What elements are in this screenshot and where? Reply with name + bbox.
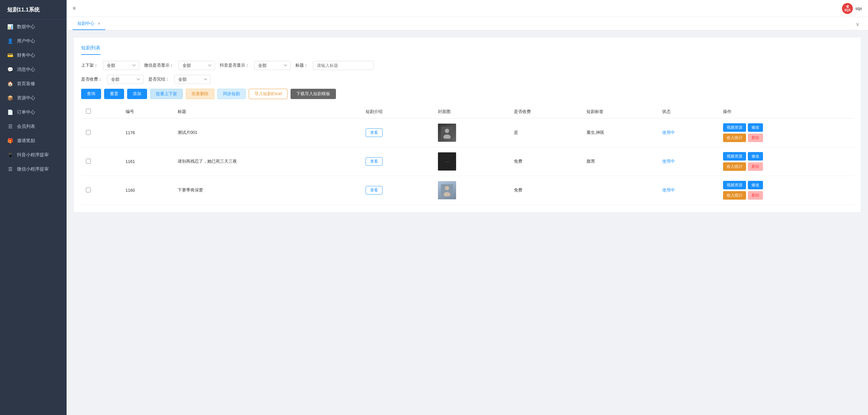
view-intro-button[interactable]: 查看 — [366, 186, 382, 195]
sidebar-item-douyin-mini[interactable]: 📱抖音小程序提审 — [0, 148, 67, 162]
income-stats-button[interactable]: 收入统计 — [723, 134, 746, 142]
delete-button[interactable]: 删除 — [748, 162, 763, 171]
filter-row-1: 上下架： 全部 上架 下架 微信是否显示： 全部 是 否 抖音是否显示： 全部 … — [81, 61, 854, 70]
section-title: 短剧列表 — [81, 45, 100, 55]
sidebar-item-home-decor[interactable]: 🏠首页装修 — [0, 77, 67, 91]
sidebar-item-label: 邀请奖励 — [17, 138, 35, 144]
wechat-select[interactable]: 全部 是 否 — [179, 61, 215, 70]
sidebar-item-label: 用户中心 — [17, 38, 35, 44]
drama-table: 编号 标题 短剧介绍 封面图 是否收费 短剧标签 状态 操作 1176 — [81, 105, 854, 205]
select-all-checkbox[interactable] — [86, 109, 91, 114]
row-checkbox[interactable] — [86, 130, 91, 135]
table-header-row: 编号 标题 短剧介绍 封面图 是否收费 短剧标签 状态 操作 — [81, 105, 854, 118]
sidebar-item-data-center[interactable]: 📊数据中心 — [0, 20, 67, 34]
sidebar-item-label: 微信小程序提审 — [17, 166, 49, 172]
tab-close-icon[interactable]: ✕ — [97, 22, 100, 26]
action-buttons-group: 视频资源 修改 收入统计 删除 — [723, 152, 849, 171]
tab-drama-center[interactable]: 短剧中心 ✕ — [73, 18, 105, 30]
row-checkbox[interactable] — [86, 159, 91, 164]
sidebar-item-message-center[interactable]: 💬消息中心 — [0, 62, 67, 77]
sidebar-item-order-center[interactable]: 📄订单中心 — [0, 105, 67, 119]
income-stats-button[interactable]: 收入统计 — [723, 191, 746, 200]
action-row-1: 视频资源 修改 — [723, 181, 849, 189]
tab-expand-icon[interactable]: ∨ — [853, 19, 862, 30]
topbar-right: 省SQX sqx — [842, 3, 862, 14]
message-center-icon: 💬 — [7, 67, 13, 72]
cell-status: 使用中 — [657, 147, 718, 176]
sidebar-item-label: 抖音小程序提审 — [17, 152, 49, 158]
cell-number: 1161 — [121, 147, 173, 176]
user-center-icon: 👤 — [7, 38, 13, 44]
edit-button[interactable]: 修改 — [748, 123, 763, 132]
import-excel-button[interactable]: 导入短剧Excel — [249, 89, 287, 99]
delete-button[interactable]: 删除 — [748, 191, 763, 200]
action-row-2: 收入统计 删除 — [723, 134, 849, 142]
view-intro-button[interactable]: 查看 — [366, 157, 382, 166]
add-button[interactable]: 添加 — [127, 89, 147, 99]
cell-cover — [433, 176, 509, 205]
sidebar-item-invite-reward[interactable]: 🎁邀请奖励 — [0, 134, 67, 148]
finished-select[interactable]: 全部 是 否 — [174, 75, 211, 84]
sidebar-item-label: 资源中心 — [17, 95, 35, 101]
query-button[interactable]: 查询 — [81, 89, 101, 99]
sidebar-item-resource-center[interactable]: 📦资源中心 — [0, 91, 67, 105]
view-intro-button[interactable]: 查看 — [366, 128, 382, 137]
sidebar-item-label: 数据中心 — [17, 24, 35, 30]
sidebar-item-label: 财务中心 — [17, 52, 35, 58]
delete-button[interactable]: 删除 — [748, 134, 763, 142]
avatar-text: 省SQX — [844, 5, 851, 12]
cell-cover — [433, 118, 509, 147]
cell-number: 1160 — [121, 176, 173, 205]
cover-girl-icon — [441, 184, 453, 196]
action-buttons: 查询 重置 添加 批量上下架 批量删除 同步短剧 导入短剧Excel 下载导入短… — [81, 89, 854, 99]
income-stats-button[interactable]: 收入统计 — [723, 162, 746, 171]
sidebar-item-wechat-mini[interactable]: ☰微信小程序提审 — [0, 162, 67, 176]
invite-reward-icon: 🎁 — [7, 138, 13, 144]
reset-button[interactable]: 重置 — [104, 89, 124, 99]
sidebar-nav: 📊数据中心👤用户中心💳财务中心💬消息中心🏠首页装修📦资源中心📄订单中心☰会员列表… — [0, 20, 67, 176]
col-intro: 短剧介绍 — [361, 105, 433, 118]
douyin-select[interactable]: 全部 是 否 — [254, 61, 290, 70]
data-center-icon: 📊 — [7, 24, 13, 30]
action-row-1: 视频资源 修改 — [723, 152, 849, 160]
cell-tags: 腹黑 — [582, 147, 657, 176]
paid-label: 是否收费： — [81, 77, 102, 82]
wechat-mini-icon: ☰ — [7, 166, 13, 172]
main-area: ≡ 省SQX sqx 短剧中心 ✕ ∨ 短剧列表 上下架： 全部 — [67, 0, 868, 415]
row-checkbox[interactable] — [86, 187, 91, 192]
cell-tags: 重生,神医 — [582, 118, 657, 147]
cover-image-black: ··· — [438, 152, 456, 171]
home-decor-icon: 🏠 — [7, 81, 13, 87]
cell-title: 测试片001 — [173, 118, 361, 147]
sidebar-item-user-center[interactable]: 👤用户中心 — [0, 34, 67, 48]
status-select[interactable]: 全部 上架 下架 — [103, 61, 139, 70]
sidebar-item-member-list[interactable]: ☰会员列表 — [0, 119, 67, 134]
cell-title: 请别再残忍了，她已死三天三夜 — [173, 147, 361, 176]
status-badge: 使用中 — [662, 159, 675, 164]
video-resource-button[interactable]: 视频资源 — [723, 152, 746, 160]
video-resource-button[interactable]: 视频资源 — [723, 181, 746, 189]
title-input[interactable] — [313, 61, 374, 70]
cell-tags — [582, 176, 657, 205]
table-body: 1176 测试片001 查看 — [81, 118, 854, 205]
batch-shelf-button[interactable]: 批量上下架 — [150, 89, 183, 99]
menu-icon[interactable]: ≡ — [73, 5, 76, 11]
video-resource-button[interactable]: 视频资源 — [723, 123, 746, 132]
cell-intro: 查看 — [361, 147, 433, 176]
download-template-button[interactable]: 下载导入短剧模板 — [290, 89, 336, 99]
topbar: ≡ 省SQX sqx — [67, 0, 868, 17]
sidebar-item-label: 首页装修 — [17, 81, 35, 87]
action-buttons-group: 视频资源 修改 收入统计 删除 — [723, 123, 849, 142]
edit-button[interactable]: 修改 — [748, 152, 763, 160]
finance-center-icon: 💳 — [7, 52, 13, 58]
tabbar: 短剧中心 ✕ ∨ — [67, 17, 868, 30]
sync-drama-button[interactable]: 同步短剧 — [217, 89, 246, 99]
douyin-mini-icon: 📱 — [7, 152, 13, 158]
edit-button[interactable]: 修改 — [748, 181, 763, 189]
cell-paid: 免费 — [509, 147, 582, 176]
batch-delete-button[interactable]: 批量删除 — [186, 89, 214, 99]
page-content: 短剧列表 上下架： 全部 上架 下架 微信是否显示： 全部 是 否 抖音是否显示… — [67, 30, 868, 415]
sidebar-item-finance-center[interactable]: 💳财务中心 — [0, 48, 67, 62]
paid-select[interactable]: 全部 是 否 — [107, 75, 144, 84]
cover-image-girl — [438, 181, 456, 199]
